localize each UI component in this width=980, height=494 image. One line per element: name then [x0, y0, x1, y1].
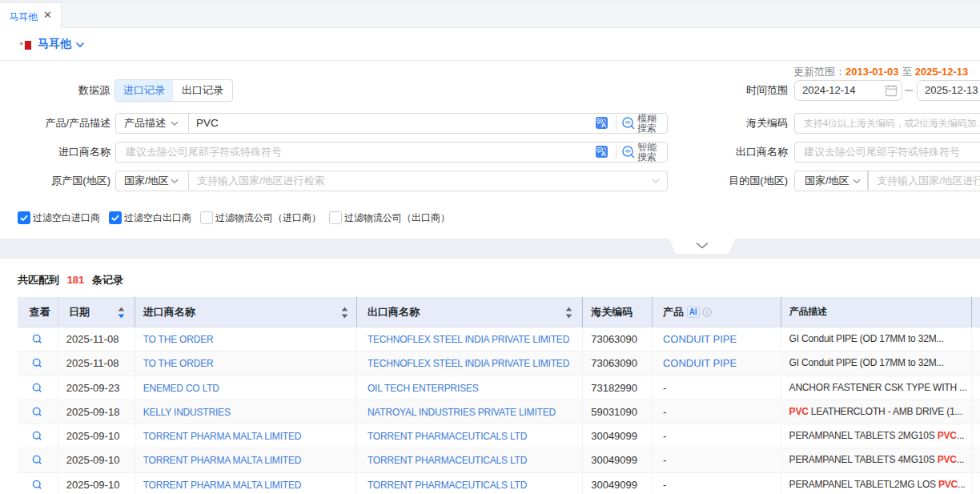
- svg-text:A: A: [601, 150, 606, 158]
- svg-text:A: A: [601, 121, 606, 129]
